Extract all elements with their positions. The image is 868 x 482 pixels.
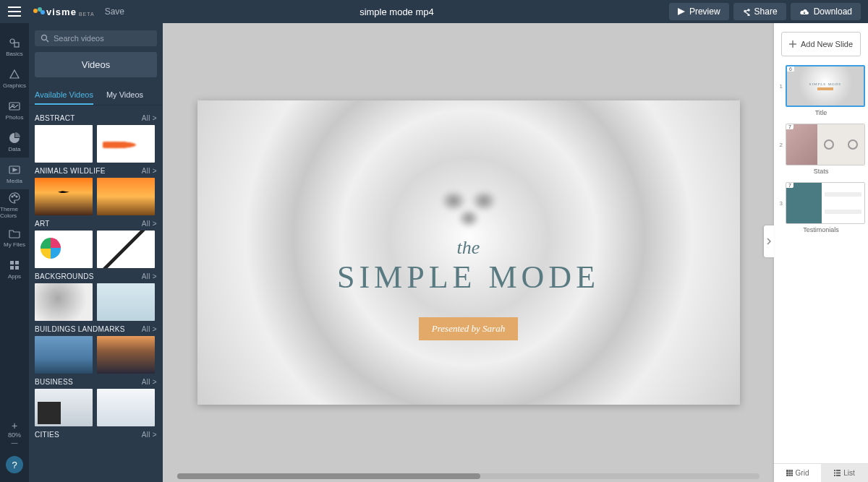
rail-item-basics[interactable]: Basics — [0, 30, 29, 62]
list-icon — [834, 470, 841, 476]
category-all-link[interactable]: All > — [142, 431, 157, 439]
svg-rect-26 — [788, 475, 791, 476]
video-thumb[interactable] — [97, 389, 155, 426]
tab-available-videos[interactable]: Available Videos — [35, 85, 93, 105]
slide-badge[interactable]: Presented by Sarah — [419, 317, 518, 340]
zoom-control[interactable]: +80%— — [8, 420, 21, 447]
share-icon — [742, 8, 750, 16]
categories-list[interactable]: ABSTRACTAll >ANIMALS WILDLIFEAll >ARTAll… — [29, 106, 163, 482]
chevron-right-icon — [767, 238, 771, 245]
slide-corner: 7 — [786, 124, 793, 129]
category-all-link[interactable]: All > — [142, 378, 157, 386]
video-thumb[interactable] — [97, 283, 155, 321]
category-name: BUILDINGS LANDMARKS — [35, 325, 125, 333]
rail-item-media[interactable]: Media — [0, 158, 29, 189]
svg-point-8 — [12, 196, 13, 197]
horizontal-scrollbar[interactable] — [177, 473, 760, 479]
zoom-out[interactable]: — — [8, 439, 21, 447]
save-link[interactable]: Save — [105, 7, 124, 17]
rail-item-apps[interactable]: Apps — [0, 253, 29, 285]
apps-icon — [8, 259, 21, 272]
rail-item-theme-colors[interactable]: Theme Colors — [0, 189, 29, 221]
video-thumb[interactable] — [97, 336, 155, 374]
scrollbar-thumb[interactable] — [177, 473, 480, 479]
media-icon — [8, 163, 21, 176]
collapse-handle[interactable] — [764, 225, 774, 257]
video-thumb[interactable] — [97, 178, 155, 215]
add-slide-button[interactable]: Add New Slide — [781, 32, 861, 56]
svg-rect-19 — [786, 470, 788, 472]
help-button[interactable]: ? — [6, 456, 23, 473]
svg-rect-2 — [14, 43, 19, 47]
rail-label: Graphics — [3, 82, 26, 89]
slide-canvas[interactable]: the SIMPLE MODE Presented by Sarah — [197, 100, 740, 405]
svg-rect-30 — [834, 473, 835, 474]
svg-rect-21 — [791, 470, 793, 472]
download-button[interactable]: Download — [791, 3, 861, 20]
category-all-link[interactable]: All > — [142, 272, 157, 280]
project-title[interactable]: simple mode mp4 — [124, 7, 669, 17]
svg-point-1 — [10, 39, 14, 43]
svg-point-15 — [42, 35, 47, 40]
canvas-area[interactable]: the SIMPLE MODE Presented by Sarah — [163, 23, 774, 482]
rail-label: Media — [7, 178, 22, 184]
rail-item-data[interactable]: Data — [0, 126, 29, 158]
view-toggle: Grid List — [774, 463, 868, 482]
share-button[interactable]: Share — [733, 3, 786, 20]
category-all-link[interactable]: All > — [142, 220, 157, 228]
shapes-icon — [8, 36, 21, 49]
svg-rect-12 — [15, 261, 19, 264]
videos-button[interactable]: Videos — [35, 52, 157, 77]
slide-thumb-testimonials[interactable]: 7 — [786, 182, 865, 224]
category-all-link[interactable]: All > — [142, 114, 157, 122]
photos-icon — [8, 100, 21, 113]
pie-icon — [8, 132, 21, 145]
logo[interactable]: visme BETA — [33, 6, 95, 17]
zoom-in[interactable]: + — [8, 420, 21, 432]
svg-marker-3 — [10, 70, 19, 78]
video-thumb[interactable] — [35, 283, 93, 321]
svg-rect-24 — [791, 473, 793, 475]
folder-icon — [8, 227, 21, 240]
grid-view-button[interactable]: Grid — [774, 464, 821, 482]
slide-corner: 6 — [787, 66, 794, 72]
svg-rect-33 — [836, 475, 841, 476]
logo-icon — [33, 6, 45, 17]
slides-list: 16SIMPLE MODETitle27Stats37Testimonials — [774, 65, 868, 463]
video-thumb[interactable] — [35, 125, 93, 163]
video-thumb[interactable] — [35, 231, 93, 268]
video-thumb[interactable] — [35, 389, 93, 426]
left-rail: BasicsGraphicsPhotosDataMediaTheme Color… — [0, 23, 29, 482]
download-label: Download — [814, 7, 852, 17]
slide-thumb-stats[interactable]: 7 — [786, 124, 865, 165]
slides-panel: Add New Slide 16SIMPLE MODETitle27Stats3… — [774, 23, 868, 482]
category-all-link[interactable]: All > — [142, 325, 157, 333]
svg-rect-28 — [834, 470, 835, 471]
video-thumb[interactable] — [97, 231, 155, 268]
video-thumb[interactable] — [35, 336, 93, 374]
svg-line-16 — [46, 40, 48, 42]
video-thumb[interactable] — [97, 125, 155, 163]
play-icon — [678, 8, 685, 15]
category-all-link[interactable]: All > — [142, 167, 157, 175]
rail-item-photos[interactable]: Photos — [0, 94, 29, 126]
slide-pretitle[interactable]: the — [457, 237, 480, 259]
svg-rect-29 — [836, 470, 841, 471]
list-view-button[interactable]: List — [821, 464, 868, 482]
slide-heading[interactable]: SIMPLE MODE — [337, 259, 600, 296]
slide-thumb-title[interactable]: 6SIMPLE MODE — [786, 65, 865, 107]
panel-tabs: Available VideosMy Videos — [29, 85, 163, 106]
rail-item-graphics[interactable]: Graphics — [0, 62, 29, 94]
preview-button[interactable]: Preview — [669, 3, 729, 20]
media-panel: Search videos Videos Available VideosMy … — [29, 23, 163, 482]
grid-label: Grid — [796, 469, 809, 477]
hamburger-menu[interactable] — [0, 0, 29, 23]
search-input[interactable]: Search videos — [35, 30, 157, 46]
tab-my-videos[interactable]: My Videos — [106, 85, 143, 105]
video-thumb[interactable] — [35, 178, 93, 215]
svg-rect-14 — [15, 266, 19, 270]
rail-item-my-files[interactable]: My Files — [0, 221, 29, 253]
category-name: BACKGROUNDS — [35, 272, 94, 280]
svg-rect-23 — [788, 473, 791, 475]
slide-index: 3 — [777, 200, 783, 207]
